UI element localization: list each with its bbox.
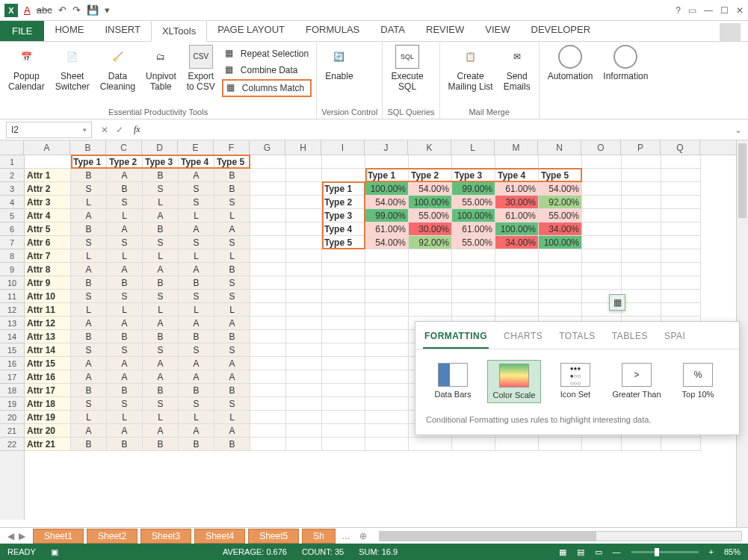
tab-page-layout[interactable]: PAGE LAYOUT	[207, 19, 295, 41]
cell-M3[interactable]: 61.00%	[495, 182, 539, 196]
row-header-2[interactable]: 2	[0, 169, 24, 182]
cell-Q22[interactable]	[661, 438, 701, 451]
qa-item-data-bars[interactable]: Data Bars	[426, 360, 480, 403]
cell-M1[interactable]	[495, 155, 539, 169]
col-header-H[interactable]: H	[285, 140, 321, 155]
cell-M4[interactable]: 30.00%	[495, 196, 539, 209]
cell-B8[interactable]: L	[71, 249, 107, 263]
cell-N5[interactable]: 55.00%	[539, 209, 582, 223]
qa-tab-charts[interactable]: CHARTS	[502, 328, 544, 349]
cell-I21[interactable]	[322, 424, 365, 438]
combine-data-button[interactable]: ▦Combine Data	[222, 63, 312, 78]
cell-H18[interactable]	[286, 384, 322, 397]
cell-O8[interactable]	[582, 249, 622, 263]
cell-A22[interactable]: Attr 21	[25, 438, 71, 451]
cell-Q9[interactable]	[661, 263, 701, 276]
undo-icon[interactable]: ↶	[58, 4, 67, 16]
qa-item-greater-than[interactable]: >Greater Than	[610, 360, 664, 403]
cell-Q6[interactable]	[661, 223, 701, 236]
cell-D17[interactable]: A	[143, 370, 179, 384]
cell-A14[interactable]: Attr 13	[25, 330, 71, 343]
cell-N22[interactable]	[539, 438, 582, 451]
cell-K11[interactable]	[409, 290, 452, 303]
cell-A21[interactable]: Attr 20	[25, 424, 71, 438]
cell-C8[interactable]: L	[107, 249, 143, 263]
cell-I15[interactable]	[322, 343, 365, 357]
row-header-10[interactable]: 10	[0, 276, 24, 290]
cell-M2[interactable]: Type 4	[495, 169, 539, 182]
cell-G5[interactable]	[250, 209, 286, 223]
cell-H5[interactable]	[286, 209, 322, 223]
zoom-level[interactable]: 85%	[724, 547, 741, 556]
cell-F11[interactable]: S	[214, 290, 250, 303]
cell-J14[interactable]	[365, 330, 409, 343]
cell-C9[interactable]: A	[107, 263, 143, 276]
cell-D22[interactable]: B	[143, 438, 179, 451]
cell-E22[interactable]: B	[179, 438, 214, 451]
cell-B11[interactable]: S	[71, 290, 107, 303]
row-header-16[interactable]: 16	[0, 357, 24, 370]
sheet-tab-sheet1[interactable]: Sheet1	[33, 529, 84, 544]
row-header-3[interactable]: 3	[0, 182, 24, 196]
cell-H20[interactable]	[286, 411, 322, 424]
cell-F15[interactable]: S	[214, 343, 250, 357]
cell-D16[interactable]: A	[143, 357, 179, 370]
cell-M9[interactable]	[495, 263, 539, 276]
cell-D7[interactable]: S	[143, 236, 179, 249]
row-header-19[interactable]: 19	[0, 397, 24, 411]
cell-L1[interactable]	[452, 155, 495, 169]
cell-A1[interactable]	[25, 155, 71, 169]
cell-P3[interactable]	[622, 182, 661, 196]
cell-L6[interactable]: 61.00%	[452, 223, 495, 236]
cell-P6[interactable]	[622, 223, 661, 236]
cell-B7[interactable]: S	[71, 236, 107, 249]
cell-C17[interactable]: A	[107, 370, 143, 384]
cell-N11[interactable]	[539, 290, 582, 303]
cell-C1[interactable]: Type 2	[107, 155, 143, 169]
cell-H12[interactable]	[286, 303, 322, 317]
cell-K9[interactable]	[409, 263, 452, 276]
cell-M7[interactable]: 34.00%	[495, 236, 539, 249]
cell-D5[interactable]: A	[143, 209, 179, 223]
enable-vc-button[interactable]: 🔄Enable	[321, 43, 356, 107]
save-icon[interactable]: 💾	[87, 4, 99, 16]
cell-N4[interactable]: 92.00%	[539, 196, 582, 209]
cell-F14[interactable]: B	[214, 330, 250, 343]
cell-N1[interactable]	[539, 155, 582, 169]
cancel-formula-icon[interactable]: ✕	[101, 125, 108, 135]
cell-D9[interactable]: A	[143, 263, 179, 276]
cell-J6[interactable]: 61.00%	[365, 223, 409, 236]
cell-F12[interactable]: L	[214, 303, 250, 317]
cell-C14[interactable]: B	[107, 330, 143, 343]
cell-P4[interactable]	[622, 196, 661, 209]
cell-N6[interactable]: 34.00%	[539, 223, 582, 236]
maximize-icon[interactable]: ☐	[720, 5, 729, 16]
cell-B22[interactable]: B	[71, 438, 107, 451]
cell-J7[interactable]: 54.00%	[365, 236, 409, 249]
cell-J18[interactable]	[365, 384, 409, 397]
cell-J21[interactable]	[365, 424, 409, 438]
cell-E4[interactable]: S	[179, 196, 214, 209]
information-button[interactable]: Information	[599, 43, 652, 116]
row-header-18[interactable]: 18	[0, 384, 24, 397]
qa-item-icon-set[interactable]: ●●●●○○○○○Icon Set	[548, 360, 602, 403]
font-color-icon[interactable]: A	[24, 4, 31, 16]
row-header-1[interactable]: 1	[0, 155, 24, 169]
cell-H19[interactable]	[286, 397, 322, 411]
cell-L2[interactable]: Type 3	[452, 169, 495, 182]
cell-D18[interactable]: B	[143, 384, 179, 397]
row-header-15[interactable]: 15	[0, 343, 24, 357]
cell-P8[interactable]	[622, 249, 661, 263]
cell-F2[interactable]: B	[214, 169, 250, 182]
cell-C7[interactable]: S	[107, 236, 143, 249]
cell-A17[interactable]: Attr 16	[25, 370, 71, 384]
cell-C11[interactable]: S	[107, 290, 143, 303]
row-header-21[interactable]: 21	[0, 424, 24, 438]
cell-H11[interactable]	[286, 290, 322, 303]
cell-I19[interactable]	[322, 397, 365, 411]
tab-insert[interactable]: INSERT	[94, 19, 150, 41]
macro-record-icon[interactable]: ▣	[51, 547, 58, 557]
row-header-13[interactable]: 13	[0, 317, 24, 330]
cell-C21[interactable]: A	[107, 424, 143, 438]
export-csv-button[interactable]: CSVExport to CSV	[183, 43, 219, 107]
